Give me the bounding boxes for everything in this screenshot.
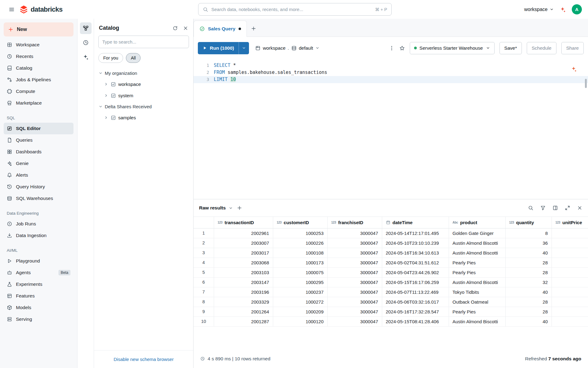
add-visualization-button[interactable] [237,205,242,211]
code-line-3[interactable]: 3LIMIT 10 [194,76,588,83]
cell-unitPrice[interactable] [552,307,588,316]
table-row-3[interactable]: 32003017100010830000472024-05-16T16:34:1… [194,248,588,258]
sidebar-item-marketplace[interactable]: Marketplace [4,97,74,109]
new-tab-button[interactable] [247,20,260,36]
cell-unitPrice[interactable] [552,316,588,326]
catalog-schema-breadcrumb[interactable]: workspace . default [255,45,320,51]
cell-franchiseID[interactable]: 3000047 [327,287,382,297]
cell-product[interactable]: Tokyo Tidbits [449,287,505,297]
cell-unitPrice[interactable] [552,238,588,248]
table-row-5[interactable]: 52003103100007530000472024-05-04T23:44:2… [194,267,588,277]
cell-transactionID[interactable]: 2002961 [214,228,273,238]
cell-franchiseID[interactable]: 3000047 [327,258,382,267]
sidebar-item-sql-warehouses[interactable]: SQL Warehouses [4,193,74,204]
run-button[interactable]: Run (1000) [198,42,239,54]
column-header-customerID[interactable]: 123customerID [273,217,327,228]
cell-dateTime[interactable]: 2024-05-04T23:44:26.902 [382,267,449,277]
close-schema-browser-button[interactable] [183,25,188,31]
user-avatar[interactable]: A [572,4,582,14]
save-button[interactable]: Save* [499,42,522,54]
cell-unitPrice[interactable] [552,287,588,297]
column-header-dateTime[interactable]: dateTime [382,217,449,228]
kebab-menu-button[interactable] [389,45,394,51]
cell-customerID[interactable]: 1000226 [273,238,327,248]
column-header-franchiseID[interactable]: 123franchiseID [327,217,382,228]
cell-customerID[interactable]: 1000075 [273,267,327,277]
cell-quantity[interactable]: 28 [505,307,552,316]
cell-transactionID[interactable]: 2003196 [214,287,273,297]
assistant-panel-button[interactable] [80,51,92,63]
cell-quantity[interactable]: 40 [505,287,552,297]
new-button[interactable]: New [4,22,74,36]
breadcrumb-catalog[interactable]: workspace [263,45,285,51]
table-row-10[interactable]: 102001287100012030000472024-05-15T08:41:… [194,316,588,326]
run-dropdown-button[interactable] [239,42,249,54]
cell-product[interactable]: Pearly Pies [449,258,505,267]
cell-franchiseID[interactable]: 3000047 [327,297,382,307]
cell-quantity[interactable]: 40 [505,248,552,258]
favorite-star-button[interactable] [399,45,405,51]
cell-transactionID[interactable]: 2003103 [214,267,273,277]
cell-dateTime[interactable]: 2024-05-16T16:34:10.613 [382,248,449,258]
cell-customerID[interactable]: 1000295 [273,277,327,287]
cell-franchiseID[interactable]: 3000047 [327,248,382,258]
sidebar-item-jobs-pipelines[interactable]: Jobs & Pipelines [4,74,74,86]
cell-product[interactable]: Austin Almond Biscotti [449,248,505,258]
search-results-button[interactable] [528,205,533,211]
chevron-right-icon[interactable] [104,82,108,86]
chevron-right-icon[interactable] [104,115,108,120]
cell-transactionID[interactable]: 2003068 [214,258,273,267]
execution-time-status[interactable]: 4 s 890 ms | 10 rows returned [200,356,270,362]
cell-customerID[interactable]: 1000209 [273,307,327,316]
chevron-right-icon[interactable] [104,93,108,98]
results-tab-selector[interactable]: Raw results [199,205,233,211]
cell-product[interactable]: Austin Almond Biscotti [449,238,505,248]
tree-group-my-organization[interactable]: My organization [97,68,190,79]
sidebar-item-recents[interactable]: Recents [4,51,74,62]
global-search[interactable]: ⌘ + P [198,3,392,16]
editor-scrollbar[interactable] [585,79,587,88]
sidebar-item-data-ingestion[interactable]: Data Ingestion [4,230,74,241]
cell-franchiseID[interactable]: 3000047 [327,238,382,248]
sidebar-item-queries[interactable]: Queries [4,134,74,146]
cell-dateTime[interactable]: 2024-05-15T08:41:28.406 [382,316,449,326]
cell-product[interactable]: Golden Gate Ginger [449,228,505,238]
sidebar-item-genie[interactable]: Genie [4,158,74,169]
cell-product[interactable]: Pearly Pies [449,267,505,277]
cell-product[interactable]: Pearly Pies [449,307,505,316]
workspace-switcher[interactable]: workspace [524,7,554,12]
cell-dateTime[interactable]: 2024-05-02T04:31:51.612 [382,258,449,267]
sidebar-item-serving[interactable]: Serving [4,313,74,325]
assistant-button[interactable] [560,6,566,13]
cell-unitPrice[interactable] [552,248,588,258]
cell-dateTime[interactable]: 2024-05-07T11:13:22.469 [382,287,449,297]
schedule-button[interactable]: Schedule [527,42,556,54]
tree-item-samples[interactable]: samples [97,112,190,123]
tree-group-delta-shares-received[interactable]: Delta Shares Received [97,101,190,112]
sidebar-item-dashboards[interactable]: Dashboards [4,146,74,158]
hamburger-menu-button[interactable] [6,4,17,15]
cell-quantity[interactable]: 28 [505,267,552,277]
column-header-transactionID[interactable]: 123transactionID [214,217,273,228]
sidebar-item-playground[interactable]: Playground [4,255,74,267]
catalog-panel-button[interactable] [80,22,92,34]
table-row-8[interactable]: 82003329100027230000472024-05-06T03:32:1… [194,297,588,307]
cell-product[interactable]: Outback Oatmeal [449,297,505,307]
cell-customerID[interactable]: 1000253 [273,228,327,238]
sidebar-item-compute[interactable]: Compute [4,86,74,97]
sidebar-item-experiments[interactable]: Experiments [4,278,74,290]
cell-product[interactable]: Austin Almond Biscotti [449,277,505,287]
disable-schema-browser-link[interactable]: Disable new schema browser [114,357,174,362]
cell-customerID[interactable]: 1000237 [273,287,327,297]
cell-quantity[interactable]: 36 [505,238,552,248]
cell-quantity[interactable]: 40 [505,316,552,326]
warehouse-selector[interactable]: Serverless Starter Warehouse [410,42,495,54]
sidebar-item-workspace[interactable]: Workspace [4,39,74,51]
table-row-1[interactable]: 12002961100025330000472024-05-14T12:17:0… [194,228,588,238]
sidebar-item-features[interactable]: Features [4,290,74,302]
table-row-6[interactable]: 62003147100029530000472024-05-15T16:17:0… [194,277,588,287]
code-editor[interactable]: 1SELECT *2FROM samples.bakehouse.sales_t… [194,59,588,199]
column-header-product[interactable]: Abcproduct [449,217,505,228]
cell-transactionID[interactable]: 2001287 [214,316,273,326]
chip-for-you[interactable]: For you [98,53,123,63]
